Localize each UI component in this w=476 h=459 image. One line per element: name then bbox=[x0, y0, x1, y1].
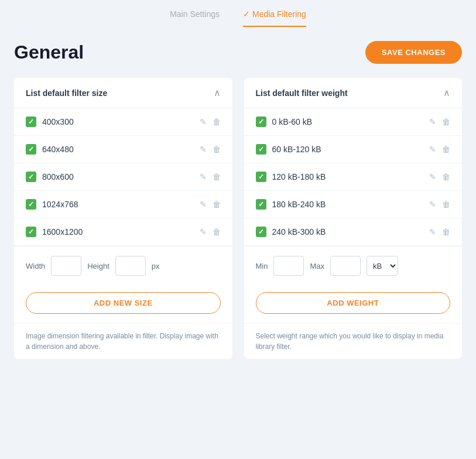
checkbox-weight-2[interactable] bbox=[256, 144, 266, 155]
checkbox-weight-5[interactable] bbox=[256, 227, 266, 237]
checkbox-weight-3[interactable] bbox=[256, 172, 266, 182]
checkbox-size-4[interactable] bbox=[26, 199, 36, 210]
size-footer-note: Image dimension filtering available in f… bbox=[14, 323, 232, 359]
list-item: 240 kB-300 kB ✎ 🗑 bbox=[244, 218, 463, 246]
weight-label-3: 120 kB-180 kB bbox=[272, 172, 326, 181]
height-label: Height bbox=[87, 262, 109, 270]
filter-weight-section: List default filter weight ∧ 0 kB-60 kB … bbox=[244, 78, 463, 359]
main-columns: List default filter size ∧ 400x300 ✎ 🗑 6… bbox=[14, 78, 462, 359]
checkbox-size-2[interactable] bbox=[26, 144, 36, 155]
delete-icon-weight-2[interactable]: 🗑 bbox=[442, 145, 450, 154]
list-item: 1024x768 ✎ 🗑 bbox=[14, 191, 232, 218]
width-label: Width bbox=[26, 262, 45, 270]
chevron-up-icon-weight[interactable]: ∧ bbox=[443, 87, 450, 98]
add-size-row: ADD NEW SIZE bbox=[14, 285, 232, 323]
save-changes-button[interactable]: SAVE CHANGES bbox=[365, 41, 462, 64]
list-item: 60 kB-120 kB ✎ 🗑 bbox=[244, 136, 463, 163]
list-item: 180 kB-240 kB ✎ 🗑 bbox=[244, 191, 463, 218]
weight-label-4: 180 kB-240 kB bbox=[272, 200, 326, 209]
list-item: 1600x1200 ✎ 🗑 bbox=[14, 218, 232, 246]
top-navigation: Main Settings ✓Media Filtering bbox=[0, 0, 476, 27]
edit-icon-weight-1[interactable]: ✎ bbox=[429, 117, 436, 126]
width-input[interactable] bbox=[51, 256, 81, 276]
page-container: General SAVE CHANGES List default filter… bbox=[0, 27, 476, 373]
height-input[interactable] bbox=[115, 256, 146, 276]
checkbox-weight-4[interactable] bbox=[256, 199, 266, 210]
delete-icon-size-1[interactable]: 🗑 bbox=[213, 117, 221, 126]
weight-label-1: 0 kB-60 kB bbox=[272, 117, 312, 126]
chevron-up-icon[interactable]: ∧ bbox=[214, 87, 221, 98]
page-header: General SAVE CHANGES bbox=[14, 41, 462, 64]
filter-size-title: List default filter size bbox=[26, 88, 107, 98]
min-input[interactable] bbox=[273, 256, 304, 276]
delete-icon-weight-1[interactable]: 🗑 bbox=[442, 117, 450, 126]
weight-footer-note: Select weight range which you would like… bbox=[244, 323, 463, 359]
edit-icon-weight-2[interactable]: ✎ bbox=[429, 145, 436, 154]
size-label-3: 800x600 bbox=[42, 172, 74, 181]
filter-weight-title: List default filter weight bbox=[256, 88, 348, 98]
weight-label-5: 240 kB-300 kB bbox=[272, 227, 326, 237]
weight-label-2: 60 kB-120 kB bbox=[272, 145, 321, 154]
px-unit-label: px bbox=[152, 262, 160, 270]
edit-icon-size-3[interactable]: ✎ bbox=[200, 172, 207, 181]
delete-icon-weight-5[interactable]: 🗑 bbox=[442, 227, 450, 237]
size-label-2: 640x480 bbox=[42, 145, 74, 154]
edit-icon-size-5[interactable]: ✎ bbox=[200, 227, 207, 237]
delete-icon-weight-3[interactable]: 🗑 bbox=[442, 172, 450, 181]
list-item: 120 kB-180 kB ✎ 🗑 bbox=[244, 163, 463, 191]
edit-icon-weight-5[interactable]: ✎ bbox=[429, 227, 436, 237]
min-label: Min bbox=[256, 262, 268, 270]
size-label-1: 400x300 bbox=[42, 117, 74, 126]
checkbox-size-1[interactable] bbox=[26, 117, 36, 127]
size-input-row: Width Height px bbox=[14, 246, 232, 285]
page-title: General bbox=[14, 42, 84, 63]
delete-icon-size-4[interactable]: 🗑 bbox=[213, 200, 221, 209]
list-item: 800x600 ✎ 🗑 bbox=[14, 163, 232, 191]
edit-icon-size-2[interactable]: ✎ bbox=[200, 145, 207, 154]
add-new-size-button[interactable]: ADD NEW SIZE bbox=[26, 292, 221, 314]
nav-media-filtering[interactable]: ✓Media Filtering bbox=[243, 9, 306, 27]
size-label-5: 1600x1200 bbox=[42, 227, 83, 237]
max-input[interactable] bbox=[330, 256, 361, 276]
size-label-4: 1024x768 bbox=[42, 200, 78, 209]
max-label: Max bbox=[310, 262, 324, 270]
nav-main-settings[interactable]: Main Settings bbox=[170, 9, 220, 27]
add-weight-row: ADD WEIGHT bbox=[244, 285, 463, 323]
edit-icon-size-1[interactable]: ✎ bbox=[200, 117, 207, 126]
checkbox-size-5[interactable] bbox=[26, 227, 36, 237]
weight-input-row: Min Max kB MB GB bbox=[244, 246, 463, 285]
delete-icon-size-2[interactable]: 🗑 bbox=[213, 145, 221, 154]
list-item: 400x300 ✎ 🗑 bbox=[14, 108, 232, 136]
list-item: 0 kB-60 kB ✎ 🗑 bbox=[244, 108, 463, 136]
checkbox-weight-1[interactable] bbox=[256, 117, 266, 127]
filter-size-header: List default filter size ∧ bbox=[14, 78, 232, 108]
add-weight-button[interactable]: ADD WEIGHT bbox=[256, 292, 451, 314]
edit-icon-weight-3[interactable]: ✎ bbox=[429, 172, 436, 181]
list-item: 640x480 ✎ 🗑 bbox=[14, 136, 232, 163]
check-icon: ✓ bbox=[243, 9, 250, 19]
delete-icon-size-5[interactable]: 🗑 bbox=[213, 227, 221, 237]
filter-weight-header: List default filter weight ∧ bbox=[244, 78, 463, 108]
edit-icon-weight-4[interactable]: ✎ bbox=[429, 200, 436, 209]
unit-select[interactable]: kB MB GB bbox=[367, 256, 398, 276]
checkbox-size-3[interactable] bbox=[26, 172, 36, 182]
delete-icon-size-3[interactable]: 🗑 bbox=[213, 172, 221, 181]
filter-size-section: List default filter size ∧ 400x300 ✎ 🗑 6… bbox=[14, 78, 232, 359]
delete-icon-weight-4[interactable]: 🗑 bbox=[442, 200, 450, 209]
edit-icon-size-4[interactable]: ✎ bbox=[200, 200, 207, 209]
